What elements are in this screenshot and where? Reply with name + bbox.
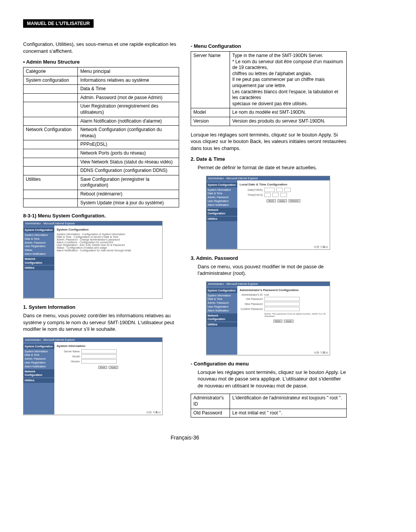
sidebar-group: Utilities: [23, 378, 54, 383]
screenshot-sys-info: Administrator - Microsoft Internet Explo…: [23, 337, 163, 415]
table-row: VersionVersion des produits du serveur S…: [191, 117, 347, 126]
sidebar-item: Alarm Notification: [208, 309, 236, 313]
cell: Model: [191, 108, 230, 117]
cell: [23, 167, 78, 175]
panel-title: Administrator's Password Configuration: [240, 288, 327, 292]
table-row: View Network Status (statut du réseau vi…: [23, 158, 179, 167]
table-row: Data & Time: [23, 85, 179, 94]
cell: [23, 140, 78, 149]
screenshot-admin-password: Administrator - Microsoft Internet Explo…: [206, 281, 330, 355]
menu-config-after: Lorsque les réglages sont terminés, cliq…: [191, 131, 347, 152]
sidebar-item: Admin. Password: [25, 241, 53, 245]
cell: System configuration: [23, 76, 78, 85]
table-row: Server NameType in the name of the SMT-1…: [191, 52, 347, 108]
label: New Password: [240, 303, 263, 305]
line: Alarm Conditions · Configuration for cur…: [57, 241, 160, 244]
sidebar-item: Admin. Password: [208, 301, 236, 305]
cell: Type in the name of the SMT-190DN Server…: [230, 52, 347, 108]
menu-config-title: - Menu Configuration: [191, 43, 347, 49]
sidebar-item: System Information: [25, 233, 53, 237]
cell: User Registration (enregistrement des ut…: [78, 102, 179, 117]
table-row: Admin. Password (mot de passe Admin): [23, 93, 179, 102]
sidebar-item: System Information: [208, 294, 236, 298]
browser-title: Administrator - Microsoft Internet Explo…: [206, 176, 330, 180]
table-row: System Update (mise à jour du système): [23, 199, 179, 207]
sidebar-item: User Registration: [208, 305, 236, 309]
sidebar-group: System Configuration: [206, 288, 237, 293]
cell: Informations relatives au système: [78, 76, 179, 85]
sidebar-item: Date & Time: [25, 353, 53, 357]
sidebar-item: Date & Time: [25, 237, 53, 241]
sidebar-item: Date & Time: [208, 192, 236, 195]
cell: [23, 117, 78, 126]
screenshot-date-time: Administrator - Microsoft Internet Explo…: [206, 176, 330, 250]
browser-title: Administrator - Microsoft Internet Explo…: [23, 221, 162, 226]
back-button: Back: [267, 199, 275, 202]
header-bar: MANUEL DE L'UTILISATEUR: [23, 19, 94, 28]
cell: [23, 149, 78, 158]
table-row: DDNS Configuration (configuration DDNS): [23, 167, 179, 175]
cell: [23, 102, 78, 117]
panel-title: Local Date & Time Configuration: [240, 183, 327, 186]
input: [272, 193, 279, 197]
sidebar-group: Network Configuration: [23, 369, 54, 378]
cell: Admin. Password (mot de passe Admin): [78, 93, 179, 102]
menu-sys-config-title: 8-3-1) Menu System Configuration.: [23, 213, 179, 219]
table-row: CatégorieMenu principal: [23, 67, 179, 76]
screenshot-sys-config: Administrator - Microsoft Internet Explo…: [23, 221, 163, 299]
admin-pw-text: Dans ce menu, vous pouvez modifier le mo…: [198, 263, 347, 277]
line: Alarm Notification · Configuration for m…: [57, 249, 160, 252]
sidebar-item: Admin. Password: [208, 195, 236, 199]
cell: Network Configuration: [23, 126, 78, 140]
value: root: [264, 293, 269, 296]
sidebar-item: Alarm Notification: [25, 252, 53, 256]
cell: Save Configuration (enregistrer la confi…: [78, 175, 179, 190]
cell: Old Password: [191, 409, 230, 418]
label: Administrator's ID: [240, 293, 263, 296]
input: [276, 188, 283, 192]
sidebar-item: User Registration: [25, 244, 53, 248]
page-number: Français-36: [23, 434, 347, 441]
line: User Registration · Add, Edit, Delete Us…: [57, 244, 160, 246]
cell: DDNS Configuration (configuration DDNS): [78, 167, 179, 175]
cell: View Network Status (statut du réseau vi…: [78, 158, 179, 167]
sidebar-item: User Registration: [208, 199, 236, 203]
sys-info-title: 1. System Information: [23, 304, 179, 310]
table-row: Network ConfigurationNetwork Configurati…: [23, 126, 179, 140]
label: Old Password: [240, 298, 263, 300]
cell: System Update (mise à jour du système): [78, 199, 179, 207]
cfg-menu-text: Lorsque les réglages sont terminés, cliq…: [198, 369, 347, 389]
sidebar-item: Alarm Notification: [25, 365, 53, 369]
cell: Menu principal: [78, 67, 179, 76]
sidebar-group: Utilities: [206, 322, 237, 327]
panel: Administrator's Password Configuration A…: [237, 286, 330, 355]
intro-text: Configuration, Utilities), ses sous-menu…: [23, 41, 179, 54]
cell: L'identification de l'administrateur est…: [230, 394, 347, 409]
input: [264, 193, 271, 197]
panel: Local Date & Time Configuration Date(Y/M…: [237, 180, 330, 249]
sys-info-text: Dans ce menu, vous pouvez contrôler les …: [23, 312, 179, 333]
admin-menu-table: CatégorieMenu principal System configura…: [23, 67, 179, 207]
left-column: Configuration, Utilities), ses sous-menu…: [23, 39, 179, 423]
table-row: Alarm Notification (notification d'alarm…: [23, 117, 179, 126]
line: Status · Configuration of status and usa…: [57, 246, 160, 249]
cell: Catégorie: [23, 67, 78, 76]
line: System Information · Configuration of Sy…: [57, 233, 160, 236]
cell: Le nom du modèle est SMT-190DN.: [230, 108, 347, 117]
cell: Reboot (redémarrer): [78, 190, 179, 199]
sidebar-item: User Registration: [25, 361, 53, 365]
label: Confirm Password: [240, 308, 263, 310]
sidebar-item: Alarm Notification: [208, 203, 236, 207]
line: Date & Time · Configuration of server's …: [57, 236, 160, 238]
input: [81, 359, 117, 364]
cell: Data & Time: [78, 85, 179, 94]
table-row: Network Ports (ports du réseau): [23, 149, 179, 158]
input: [264, 297, 300, 301]
sidebar-group: Network Configuration: [206, 313, 237, 322]
admin-pw-title: 3. Admin. Password: [191, 255, 347, 261]
sidebar-group: System Configuration: [23, 344, 54, 349]
line: Admin. Password · Change Administrator's…: [57, 238, 160, 241]
browser-title: Administrator - Microsoft Internet Explo…: [23, 338, 162, 342]
panel: System Configuration System Information …: [54, 226, 162, 298]
back-button: Back: [273, 320, 282, 323]
